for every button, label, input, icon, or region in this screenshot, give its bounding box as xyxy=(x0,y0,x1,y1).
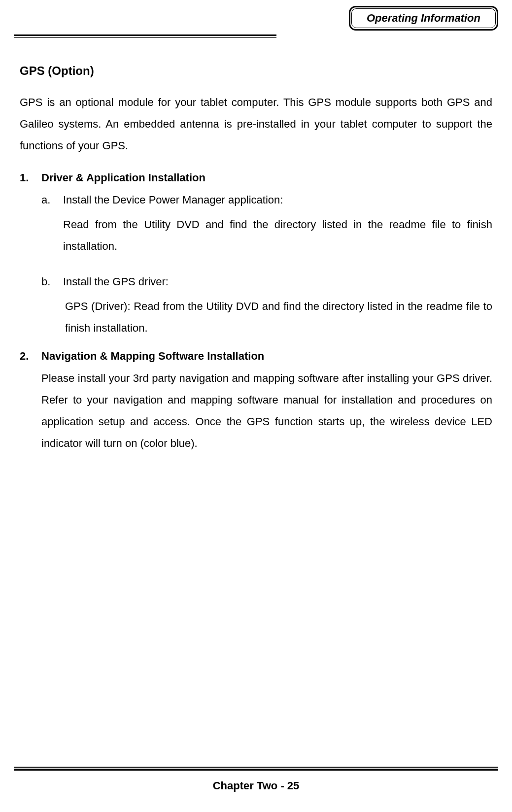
list-number: 2. xyxy=(20,350,41,363)
section-title: GPS (Option) xyxy=(20,64,492,78)
intro-paragraph: GPS is an optional module for your table… xyxy=(20,92,492,157)
footer-text: Chapter Two - 25 xyxy=(14,779,498,792)
page-footer: Chapter Two - 25 xyxy=(14,767,498,792)
page-header: Operating Information xyxy=(0,0,512,44)
footer-rule-thin xyxy=(14,767,498,768)
sub-body-b: GPS (Driver): Read from the Utility DVD … xyxy=(20,296,492,339)
sub-item-a: a. Install the Device Power Manager appl… xyxy=(20,189,492,211)
page-content: GPS (Option) GPS is an optional module f… xyxy=(0,44,512,454)
list-number: 1. xyxy=(20,171,41,184)
sub-line1: Install the GPS driver: xyxy=(63,271,492,293)
list-heading: Driver & Application Installation xyxy=(41,171,205,184)
list-item-2: 2. Navigation & Mapping Software Install… xyxy=(20,350,492,363)
sub-letter: b. xyxy=(41,271,63,293)
list-item-1: 1. Driver & Application Installation xyxy=(20,171,492,184)
section2-body: Please install your 3rd party navigation… xyxy=(20,368,492,454)
sub-line1: Install the Device Power Manager applica… xyxy=(63,189,492,211)
sub-item-b: b. Install the GPS driver: xyxy=(20,271,492,293)
sub-body-a: Read from the Utility DVD and find the d… xyxy=(20,214,492,257)
sub-letter: a. xyxy=(41,189,63,211)
list-heading: Navigation & Mapping Software Installati… xyxy=(41,350,264,363)
footer-rule-thick xyxy=(14,769,498,771)
header-badge-text: Operating Information xyxy=(351,8,496,28)
header-badge: Operating Information xyxy=(349,6,498,31)
